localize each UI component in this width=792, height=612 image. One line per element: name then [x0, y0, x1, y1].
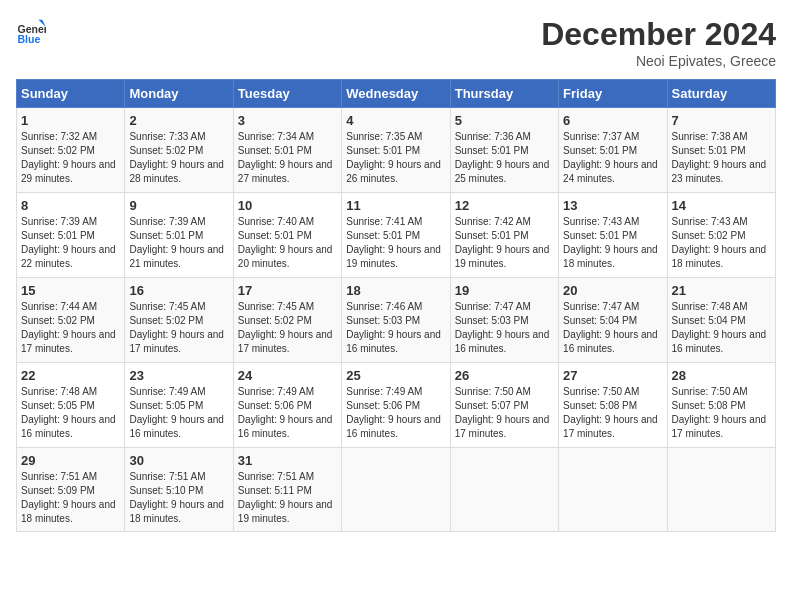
calendar-day-27: 27 Sunrise: 7:50 AM Sunset: 5:08 PM Dayl…	[559, 363, 667, 448]
col-header-monday: Monday	[125, 80, 233, 108]
calendar-day-16: 16 Sunrise: 7:45 AM Sunset: 5:02 PM Dayl…	[125, 278, 233, 363]
sunrise-label: Sunrise: 7:36 AM	[455, 131, 531, 142]
daylight-label: Daylight: 9 hours and 25 minutes.	[455, 159, 550, 184]
sunrise-label: Sunrise: 7:50 AM	[563, 386, 639, 397]
col-header-tuesday: Tuesday	[233, 80, 341, 108]
calendar-day-14: 14 Sunrise: 7:43 AM Sunset: 5:02 PM Dayl…	[667, 193, 775, 278]
day-info: Sunrise: 7:43 AM Sunset: 5:02 PM Dayligh…	[672, 215, 771, 271]
daylight-label: Daylight: 9 hours and 17 minutes.	[21, 329, 116, 354]
daylight-label: Daylight: 9 hours and 17 minutes.	[238, 329, 333, 354]
calendar-day-5: 5 Sunrise: 7:36 AM Sunset: 5:01 PM Dayli…	[450, 108, 558, 193]
sunset-label: Sunset: 5:06 PM	[238, 400, 312, 411]
sunset-label: Sunset: 5:05 PM	[21, 400, 95, 411]
day-info: Sunrise: 7:45 AM Sunset: 5:02 PM Dayligh…	[238, 300, 337, 356]
day-info: Sunrise: 7:35 AM Sunset: 5:01 PM Dayligh…	[346, 130, 445, 186]
calendar-day-empty	[667, 448, 775, 532]
sunrise-label: Sunrise: 7:32 AM	[21, 131, 97, 142]
calendar-day-4: 4 Sunrise: 7:35 AM Sunset: 5:01 PM Dayli…	[342, 108, 450, 193]
day-number: 27	[563, 368, 662, 383]
day-number: 26	[455, 368, 554, 383]
day-number: 16	[129, 283, 228, 298]
daylight-label: Daylight: 9 hours and 17 minutes.	[563, 414, 658, 439]
calendar-week-4: 22 Sunrise: 7:48 AM Sunset: 5:05 PM Dayl…	[17, 363, 776, 448]
svg-text:Blue: Blue	[18, 33, 41, 45]
calendar-day-10: 10 Sunrise: 7:40 AM Sunset: 5:01 PM Dayl…	[233, 193, 341, 278]
daylight-label: Daylight: 9 hours and 24 minutes.	[563, 159, 658, 184]
sunset-label: Sunset: 5:01 PM	[455, 145, 529, 156]
calendar-week-2: 8 Sunrise: 7:39 AM Sunset: 5:01 PM Dayli…	[17, 193, 776, 278]
sunrise-label: Sunrise: 7:45 AM	[129, 301, 205, 312]
sunrise-label: Sunrise: 7:46 AM	[346, 301, 422, 312]
sunrise-label: Sunrise: 7:39 AM	[21, 216, 97, 227]
sunset-label: Sunset: 5:02 PM	[21, 315, 95, 326]
day-number: 30	[129, 453, 228, 468]
sunset-label: Sunset: 5:08 PM	[672, 400, 746, 411]
calendar-day-24: 24 Sunrise: 7:49 AM Sunset: 5:06 PM Dayl…	[233, 363, 341, 448]
day-info: Sunrise: 7:36 AM Sunset: 5:01 PM Dayligh…	[455, 130, 554, 186]
sunset-label: Sunset: 5:03 PM	[346, 315, 420, 326]
sunrise-label: Sunrise: 7:50 AM	[455, 386, 531, 397]
daylight-label: Daylight: 9 hours and 22 minutes.	[21, 244, 116, 269]
daylight-label: Daylight: 9 hours and 18 minutes.	[21, 499, 116, 524]
day-number: 25	[346, 368, 445, 383]
day-number: 3	[238, 113, 337, 128]
daylight-label: Daylight: 9 hours and 16 minutes.	[346, 329, 441, 354]
sunset-label: Sunset: 5:01 PM	[238, 230, 312, 241]
day-info: Sunrise: 7:43 AM Sunset: 5:01 PM Dayligh…	[563, 215, 662, 271]
daylight-label: Daylight: 9 hours and 16 minutes.	[238, 414, 333, 439]
col-header-sunday: Sunday	[17, 80, 125, 108]
calendar-day-9: 9 Sunrise: 7:39 AM Sunset: 5:01 PM Dayli…	[125, 193, 233, 278]
day-info: Sunrise: 7:49 AM Sunset: 5:05 PM Dayligh…	[129, 385, 228, 441]
day-number: 7	[672, 113, 771, 128]
calendar-day-empty	[342, 448, 450, 532]
sunset-label: Sunset: 5:06 PM	[346, 400, 420, 411]
sunrise-label: Sunrise: 7:49 AM	[238, 386, 314, 397]
daylight-label: Daylight: 9 hours and 16 minutes.	[129, 414, 224, 439]
sunrise-label: Sunrise: 7:37 AM	[563, 131, 639, 142]
calendar-day-18: 18 Sunrise: 7:46 AM Sunset: 5:03 PM Dayl…	[342, 278, 450, 363]
day-number: 22	[21, 368, 120, 383]
calendar-week-3: 15 Sunrise: 7:44 AM Sunset: 5:02 PM Dayl…	[17, 278, 776, 363]
calendar-day-25: 25 Sunrise: 7:49 AM Sunset: 5:06 PM Dayl…	[342, 363, 450, 448]
day-number: 6	[563, 113, 662, 128]
sunset-label: Sunset: 5:01 PM	[672, 145, 746, 156]
sunset-label: Sunset: 5:09 PM	[21, 485, 95, 496]
sunrise-label: Sunrise: 7:35 AM	[346, 131, 422, 142]
calendar-day-13: 13 Sunrise: 7:43 AM Sunset: 5:01 PM Dayl…	[559, 193, 667, 278]
day-info: Sunrise: 7:48 AM Sunset: 5:04 PM Dayligh…	[672, 300, 771, 356]
calendar-day-29: 29 Sunrise: 7:51 AM Sunset: 5:09 PM Dayl…	[17, 448, 125, 532]
daylight-label: Daylight: 9 hours and 18 minutes.	[129, 499, 224, 524]
calendar-day-11: 11 Sunrise: 7:41 AM Sunset: 5:01 PM Dayl…	[342, 193, 450, 278]
sunrise-label: Sunrise: 7:41 AM	[346, 216, 422, 227]
sunrise-label: Sunrise: 7:38 AM	[672, 131, 748, 142]
day-info: Sunrise: 7:39 AM Sunset: 5:01 PM Dayligh…	[21, 215, 120, 271]
sunset-label: Sunset: 5:01 PM	[346, 145, 420, 156]
day-number: 9	[129, 198, 228, 213]
calendar-day-26: 26 Sunrise: 7:50 AM Sunset: 5:07 PM Dayl…	[450, 363, 558, 448]
title-block: December 2024 Neoi Epivates, Greece	[541, 16, 776, 69]
daylight-label: Daylight: 9 hours and 18 minutes.	[563, 244, 658, 269]
sunrise-label: Sunrise: 7:42 AM	[455, 216, 531, 227]
sunset-label: Sunset: 5:01 PM	[455, 230, 529, 241]
sunset-label: Sunset: 5:01 PM	[129, 230, 203, 241]
day-info: Sunrise: 7:51 AM Sunset: 5:10 PM Dayligh…	[129, 470, 228, 526]
day-number: 18	[346, 283, 445, 298]
daylight-label: Daylight: 9 hours and 26 minutes.	[346, 159, 441, 184]
day-number: 14	[672, 198, 771, 213]
day-number: 19	[455, 283, 554, 298]
calendar-day-31: 31 Sunrise: 7:51 AM Sunset: 5:11 PM Dayl…	[233, 448, 341, 532]
day-number: 2	[129, 113, 228, 128]
sunrise-label: Sunrise: 7:51 AM	[129, 471, 205, 482]
col-header-thursday: Thursday	[450, 80, 558, 108]
daylight-label: Daylight: 9 hours and 16 minutes.	[563, 329, 658, 354]
day-number: 29	[21, 453, 120, 468]
day-info: Sunrise: 7:33 AM Sunset: 5:02 PM Dayligh…	[129, 130, 228, 186]
location: Neoi Epivates, Greece	[541, 53, 776, 69]
sunset-label: Sunset: 5:11 PM	[238, 485, 312, 496]
header-row: SundayMondayTuesdayWednesdayThursdayFrid…	[17, 80, 776, 108]
col-header-wednesday: Wednesday	[342, 80, 450, 108]
sunset-label: Sunset: 5:03 PM	[455, 315, 529, 326]
daylight-label: Daylight: 9 hours and 20 minutes.	[238, 244, 333, 269]
day-number: 20	[563, 283, 662, 298]
sunrise-label: Sunrise: 7:48 AM	[672, 301, 748, 312]
